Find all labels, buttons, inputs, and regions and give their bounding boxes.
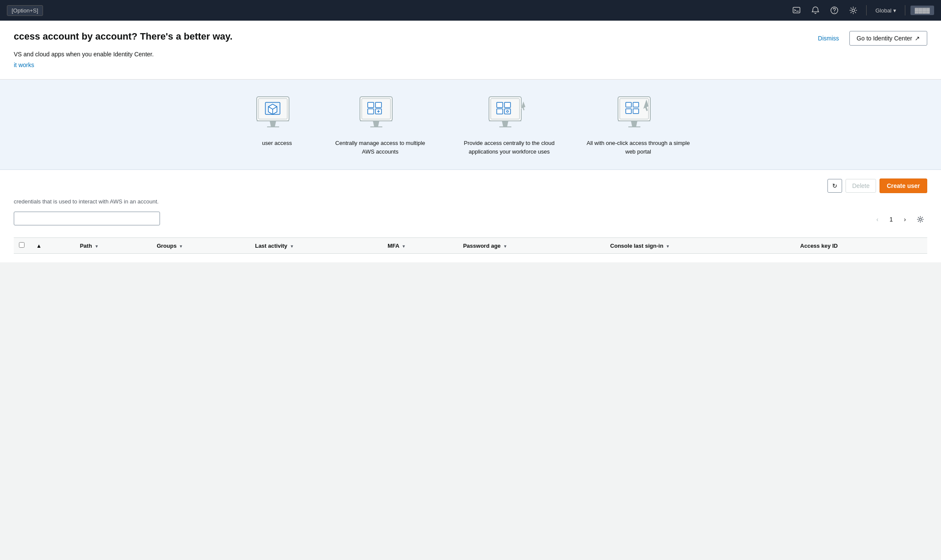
feature-user-access-text: user access [262,139,292,148]
users-table: ▲ Path ▾ Groups ▾ Last activity ▾ [14,237,927,254]
col-last-activity-label: Last activity [255,243,287,249]
banner-header: ccess account by account? There's a bett… [14,31,927,46]
nav-divider-2 [905,5,905,15]
option-s-button[interactable]: [Option+S] [7,5,43,16]
user-avatar[interactable]: ▓▓▓▓ [910,6,934,15]
nav-left: [Option+S] [7,5,43,16]
svg-marker-34 [631,121,637,127]
feature-cloud-apps: Provide access centrally to the cloud ap… [458,93,561,156]
nav-right: Global ▾ ▓▓▓▓ [789,3,934,18]
svg-rect-16 [375,102,381,108]
main-content: ccess account by account? There's a bett… [0,21,941,262]
svg-rect-26 [497,102,503,108]
pagination: ‹ 1 › [870,212,927,226]
refresh-icon: ↻ [832,182,837,189]
svg-rect-29 [504,109,510,114]
mfa-sort-icon: ▾ [403,244,405,249]
cloud-apps-icon [483,93,535,132]
svg-point-2 [834,12,835,13]
sort-up-icon: ▲ [36,243,42,249]
chevron-down-icon: ▾ [893,7,896,14]
bell-icon[interactable] [808,3,823,18]
col-sort-up[interactable]: ▲ [31,238,75,254]
identity-center-banner: ccess account by account? There's a bett… [0,21,941,80]
feature-manage-access: Centrally manage access to multiple AWS … [329,93,432,156]
external-link-icon: ↗ [915,35,920,42]
svg-rect-0 [793,7,800,13]
learn-more-link[interactable]: it works [14,62,34,68]
settings-icon[interactable] [846,3,861,18]
table-header-row: ▲ Path ▾ Groups ▾ Last activity ▾ [14,238,927,254]
users-description: credentials that is used to interact wit… [14,198,272,205]
delete-button[interactable]: Delete [846,179,876,193]
banner-actions: Dismiss Go to Identity Center ↗ [813,31,927,46]
user-access-icon [251,93,303,132]
col-password-age-label: Password age [463,243,501,249]
col-password-age[interactable]: Password age ▾ [458,238,605,254]
help-icon[interactable] [827,3,842,18]
col-console-signin-label: Console last sign-in [610,243,664,249]
col-console-last-signin[interactable]: Console last sign-in ▾ [605,238,795,254]
svg-marker-13 [373,121,379,127]
col-access-key-id: Access key ID [795,238,927,254]
search-bar [14,212,160,225]
banner-subtitle: VS and cloud apps when you enable Identi… [14,51,927,58]
svg-rect-28 [497,109,503,114]
terminal-icon[interactable] [789,3,804,18]
last-activity-sort-icon: ▾ [291,244,293,249]
features-grid: user access [14,93,927,156]
web-portal-icon [612,93,664,132]
svg-rect-17 [368,109,374,114]
dismiss-button[interactable]: Dismiss [813,32,844,44]
console-signin-sort-icon: ▾ [667,244,669,249]
toolbar-right: ↻ Delete Create user [827,178,927,193]
col-checkbox [14,238,31,254]
feature-manage-access-text: Centrally manage access to multiple AWS … [329,139,432,156]
col-last-activity[interactable]: Last activity ▾ [250,238,382,254]
svg-point-3 [852,9,855,12]
goto-identity-center-label: Go to Identity Center [857,35,912,42]
col-mfa[interactable]: MFA ▾ [382,238,458,254]
refresh-button[interactable]: ↻ [827,179,842,193]
delete-label: Delete [852,182,869,189]
users-section: ↻ Delete Create user credentials that is… [0,170,941,262]
col-groups[interactable]: Groups ▾ [151,238,250,254]
svg-rect-27 [504,102,510,108]
svg-marker-24 [502,121,508,127]
svg-rect-15 [368,102,374,108]
feature-user-access: user access [251,93,303,148]
col-mfa-label: MFA [387,243,399,249]
col-groups-label: Groups [157,243,176,249]
svg-marker-7 [270,121,276,127]
feature-web-portal: All with one-click access through a simp… [587,93,690,156]
svg-rect-38 [626,109,631,114]
manage-access-icon [354,93,406,132]
select-all-checkbox[interactable] [19,242,25,248]
prev-page-button[interactable]: ‹ [870,212,884,226]
feature-web-portal-text: All with one-click access through a simp… [587,139,690,156]
table-settings-button[interactable] [913,212,927,226]
svg-rect-37 [633,102,639,107]
page-number: 1 [886,216,896,223]
goto-identity-center-button[interactable]: Go to Identity Center ↗ [849,31,927,46]
password-age-sort-icon: ▾ [504,244,506,249]
path-sort-icon: ▾ [95,244,98,249]
search-input[interactable] [14,212,160,225]
col-path-label: Path [80,243,92,249]
global-selector[interactable]: Global ▾ [872,6,900,15]
nav-divider [866,5,867,15]
features-section: user access [0,80,941,170]
svg-rect-36 [626,102,631,107]
next-page-button[interactable]: › [898,212,912,226]
top-navigation: [Option+S] [0,0,941,21]
feature-cloud-apps-text: Provide access centrally to the cloud ap… [458,139,561,156]
col-access-key-label: Access key ID [800,243,838,249]
groups-sort-icon: ▾ [180,244,182,249]
col-path[interactable]: Path ▾ [75,238,152,254]
banner-title: ccess account by account? There's a bett… [14,31,233,42]
svg-rect-39 [633,109,639,114]
create-user-button[interactable]: Create user [879,178,927,193]
svg-point-40 [919,218,922,221]
users-toolbar-row: ↻ Delete Create user [14,178,927,193]
